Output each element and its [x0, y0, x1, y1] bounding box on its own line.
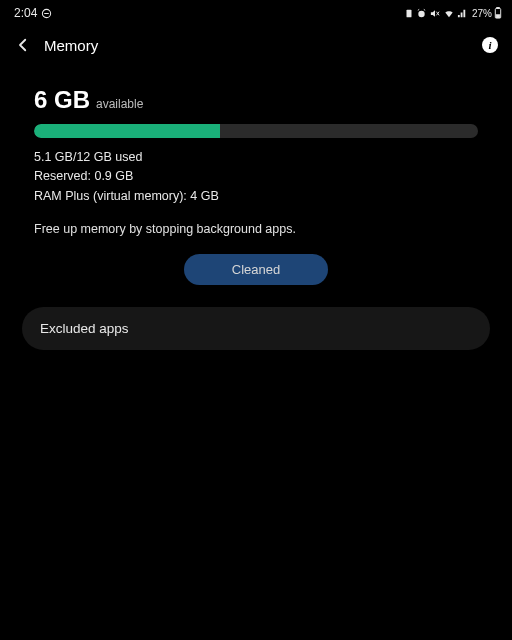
back-icon[interactable] — [14, 36, 32, 54]
svg-rect-7 — [497, 7, 499, 8]
reserved-line: Reserved: 0.9 GB — [34, 167, 478, 186]
status-left: 2:04 — [14, 6, 52, 20]
excluded-apps-card[interactable]: Excluded apps — [22, 307, 490, 350]
excluded-apps-label: Excluded apps — [40, 321, 129, 336]
memory-panel: 6 GB available 5.1 GB/12 GB used Reserve… — [0, 64, 512, 285]
available-headline: 6 GB available — [34, 86, 478, 114]
mute-icon — [429, 8, 441, 19]
svg-rect-2 — [406, 9, 411, 17]
svg-rect-8 — [496, 15, 500, 18]
used-line: 5.1 GB/12 GB used — [34, 148, 478, 167]
app-bar: Memory i — [0, 22, 512, 64]
dnd-icon — [41, 8, 52, 19]
status-right: 27% — [404, 7, 502, 19]
svg-point-3 — [418, 10, 424, 16]
info-icon: i — [482, 37, 498, 53]
clean-button[interactable]: Cleaned — [184, 254, 328, 285]
signal-icon — [457, 8, 468, 19]
memory-stats: 5.1 GB/12 GB used Reserved: 0.9 GB RAM P… — [34, 148, 478, 206]
memory-bar-fill — [34, 124, 220, 138]
card-icon — [404, 8, 414, 19]
alarm-icon — [416, 8, 427, 19]
info-button[interactable]: i — [474, 37, 498, 53]
battery-percentage: 27% — [472, 8, 492, 19]
available-label: available — [96, 97, 143, 111]
hint-text: Free up memory by stopping background ap… — [34, 222, 478, 236]
ramplus-line: RAM Plus (virtual memory): 4 GB — [34, 187, 478, 206]
page-title: Memory — [44, 37, 474, 54]
wifi-icon — [443, 8, 455, 19]
status-bar: 2:04 27% — [0, 0, 512, 22]
battery-icon — [494, 7, 502, 19]
status-time: 2:04 — [14, 6, 37, 20]
available-value: 6 GB — [34, 86, 90, 114]
memory-bar-track — [34, 124, 478, 138]
